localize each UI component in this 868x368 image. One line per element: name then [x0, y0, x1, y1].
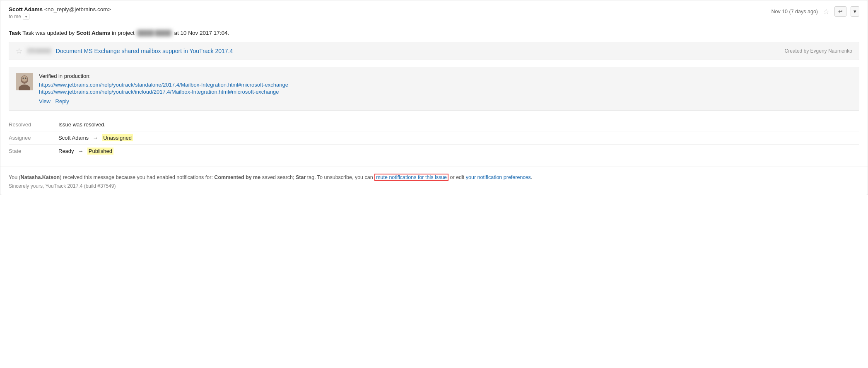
- issue-created-by: Created by Evgeny Naumenko: [785, 48, 852, 54]
- assignee-to: Unassigned: [102, 134, 133, 141]
- footer-username: Natasha.Katson: [21, 174, 60, 180]
- footer-sincerely: Sincerely yours, YouTrack 2017.4 (build …: [9, 183, 859, 189]
- to-label: to me: [9, 14, 21, 19]
- change-value-assignee: Scott Adams → Unassigned: [58, 135, 133, 141]
- mute-notifications-link[interactable]: mute notifications for this issue: [374, 174, 448, 181]
- notification-text: Task Task was updated by Scott Adams in …: [9, 30, 859, 36]
- notification-middle: in project: [112, 30, 136, 36]
- footer-or-text: or edit: [448, 174, 466, 180]
- comment-link-standalone[interactable]: https://www.jetbrains.com/help/youtrack/…: [39, 82, 852, 88]
- to-line: to me ▾: [9, 14, 111, 19]
- notification-prefix: Task was updated by: [22, 30, 76, 36]
- reply-button[interactable]: ↩: [834, 6, 846, 17]
- comment-reply-link[interactable]: Reply: [55, 98, 69, 104]
- change-row-state: State Ready → Published: [9, 145, 859, 157]
- avatar-image: [16, 73, 33, 90]
- star-button[interactable]: ☆: [822, 7, 830, 16]
- change-row-assignee: Assignee Scott Adams → Unassigned: [9, 131, 859, 145]
- email-container: Scott Adams <no_reply@jetbrains.com> to …: [0, 0, 868, 195]
- footer-section: You (Natasha.Katson) received this messa…: [0, 167, 868, 195]
- email-header-right: Nov 10 (7 days ago) ☆ ↩ ▾: [771, 6, 859, 17]
- email-header: Scott Adams <no_reply@jetbrains.com> to …: [0, 0, 868, 23]
- notification-updater: Scott Adams: [76, 30, 110, 36]
- project-name-blurred: ████ ████: [136, 30, 172, 36]
- more-actions-button[interactable]: ▾: [851, 6, 859, 17]
- sender-email: <no_reply@jetbrains.com>: [44, 6, 111, 12]
- avatar: [16, 73, 33, 90]
- to-dropdown-button[interactable]: ▾: [23, 14, 29, 19]
- footer-prefix: You (: [9, 174, 21, 180]
- sender-line: Scott Adams <no_reply@jetbrains.com>: [9, 6, 111, 12]
- change-row-resolved: Resolved Issue was resolved.: [9, 118, 859, 131]
- assignee-from: Scott Adams: [58, 135, 89, 141]
- change-value-resolved: Issue was resolved.: [58, 121, 106, 128]
- notification-preferences-link[interactable]: your notification preferences: [466, 174, 531, 180]
- svg-point-5: [25, 77, 27, 79]
- footer-period: .: [531, 174, 532, 180]
- change-label-resolved: Resolved: [9, 121, 58, 128]
- email-header-left: Scott Adams <no_reply@jetbrains.com> to …: [9, 6, 111, 19]
- comment-content: Verified in production: https://www.jetb…: [39, 73, 852, 104]
- footer-middle3: tag. To unsubscribe, you can: [306, 174, 374, 180]
- footer-bold1: Commented by me: [214, 174, 260, 180]
- issue-star-icon[interactable]: ☆: [16, 46, 22, 56]
- comment-verified-label: Verified in production:: [39, 73, 852, 79]
- issue-title-link[interactable]: Document MS Exchange shared mailbox supp…: [56, 48, 233, 54]
- comment-section: Verified in production: https://www.jetb…: [9, 67, 859, 111]
- issue-bar: ☆ YT-XXXX Document MS Exchange shared ma…: [9, 42, 859, 60]
- changes-section: Resolved Issue was resolved. Assignee Sc…: [9, 116, 859, 163]
- email-date: Nov 10 (7 days ago): [771, 9, 818, 15]
- issue-bar-left: ☆ YT-XXXX Document MS Exchange shared ma…: [16, 46, 233, 56]
- notification-suffix: at 10 Nov 2017 17:04.: [174, 30, 229, 36]
- issue-id: YT-XXXX: [27, 48, 52, 54]
- arrow-state: →: [78, 148, 85, 154]
- footer-line1: You (Natasha.Katson) received this messa…: [9, 174, 859, 182]
- state-from: Ready: [58, 148, 74, 154]
- state-to: Published: [87, 148, 113, 155]
- change-label-state: State: [9, 148, 58, 154]
- email-body: Task Task was updated by Scott Adams in …: [0, 23, 868, 163]
- footer-middle2: saved search;: [260, 174, 296, 180]
- sender-name: Scott Adams: [9, 6, 43, 12]
- change-value-state: Ready → Published: [58, 148, 113, 154]
- comment-view-link[interactable]: View: [39, 98, 51, 104]
- footer-bold2: Star: [296, 174, 306, 180]
- footer-middle1: ) received this message because you had …: [60, 174, 214, 180]
- comment-link-incloud[interactable]: https://www.jetbrains.com/help/youtrack/…: [39, 89, 852, 95]
- change-label-assignee: Assignee: [9, 135, 58, 141]
- svg-point-4: [23, 77, 24, 79]
- task-label: Task: [9, 30, 21, 36]
- comment-actions: View Reply: [39, 98, 852, 104]
- svg-point-3: [22, 76, 27, 82]
- arrow-assignee: →: [93, 135, 100, 141]
